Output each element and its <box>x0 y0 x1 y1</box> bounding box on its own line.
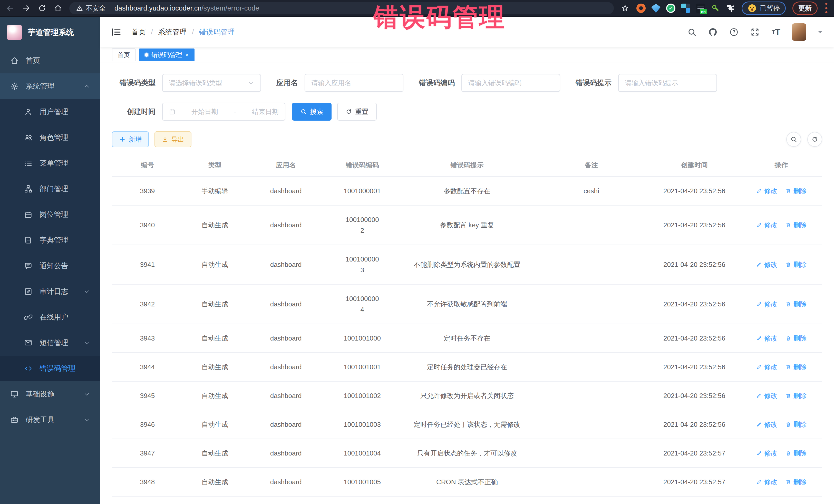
edit-link[interactable]: 修改 <box>756 448 777 459</box>
extension-list-on-icon[interactable] <box>696 4 705 13</box>
browser-back-icon[interactable] <box>6 4 15 13</box>
search-button[interactable]: 搜索 <box>292 103 332 120</box>
refresh-table-button[interactable] <box>807 132 822 147</box>
date-range-picker[interactable]: 开始日期 - 结束日期 <box>162 103 285 120</box>
date-start-placeholder[interactable]: 开始日期 <box>192 107 218 116</box>
edit-link[interactable]: 修改 <box>756 361 777 372</box>
extension-check-icon[interactable]: ✓ <box>666 4 675 13</box>
address-bar[interactable]: 不安全 dashboard.yudao.iocoder.cn/system/er… <box>69 2 614 14</box>
extension-gem-icon[interactable] <box>651 4 660 13</box>
breadcrumb-system[interactable]: 系统管理 <box>158 27 187 37</box>
edit-link[interactable]: 修改 <box>756 333 777 344</box>
sidebar-item-13[interactable]: 基础设施 <box>0 381 100 407</box>
add-button[interactable]: 新增 <box>112 131 149 147</box>
avatar-caret-icon[interactable] <box>817 29 823 35</box>
browser-profile-chip[interactable]: 已暂停 <box>742 2 786 15</box>
fullscreen-icon[interactable] <box>750 27 760 37</box>
app-name-input[interactable]: 请输入应用名 <box>305 74 403 92</box>
extensions-area: ✓ <box>636 4 735 13</box>
pencil-icon <box>756 301 762 307</box>
cell-actions: 修改删除 <box>741 467 822 496</box>
delete-link[interactable]: 删除 <box>785 390 807 401</box>
delete-link[interactable]: 删除 <box>785 259 807 270</box>
error-code-input[interactable]: 请输入错误码编码 <box>461 74 560 92</box>
sidebar-item-4[interactable]: 菜单管理 <box>0 150 100 176</box>
extension-puzzle-icon[interactable] <box>726 4 735 13</box>
edit-link[interactable]: 修改 <box>756 477 777 487</box>
table-row: 3947自动生成dashboard1001001004只有开启状态的任务，才可以… <box>112 439 822 467</box>
extension-key-icon[interactable] <box>711 4 720 13</box>
cell-time: 2021-04-20 23:52:56 <box>648 381 741 410</box>
export-button[interactable]: 导出 <box>154 131 192 147</box>
sidebar-item-1[interactable]: 系统管理 <box>0 73 100 99</box>
reset-button[interactable]: 重置 <box>337 103 377 120</box>
browser-update-button[interactable]: 更新 <box>792 2 817 15</box>
help-icon[interactable] <box>729 27 739 37</box>
delete-link[interactable]: 删除 <box>785 448 807 459</box>
app-logo-row[interactable]: 芋道管理系统 <box>0 17 100 48</box>
bookmark-star-icon[interactable] <box>620 4 630 13</box>
tag-error-code[interactable]: 错误码管理 × <box>139 48 195 61</box>
cell-hint: 不能删除类型为系统内置的参数配置 <box>399 245 534 284</box>
cell-actions: 修改删除 <box>741 245 822 284</box>
cell-hint: CRON 表达式不正确 <box>399 467 534 496</box>
date-end-placeholder[interactable]: 结束日期 <box>252 107 279 116</box>
edit-link[interactable]: 修改 <box>756 185 777 196</box>
sidebar-item-9[interactable]: 审计日志 <box>0 279 100 304</box>
pencil-icon <box>756 262 762 268</box>
page-content: 错误码类型 请选择错误码类型 应用名 请输入应用名 <box>100 63 834 504</box>
browser-forward-icon[interactable] <box>22 4 31 13</box>
show-search-toggle-button[interactable] <box>786 132 801 147</box>
delete-link[interactable]: 删除 <box>785 419 807 430</box>
error-hint-input[interactable]: 请输入错误码提示 <box>618 74 717 92</box>
table-row: 3945自动生成dashboard1001001002只允许修改为开启或者关闭状… <box>112 381 822 410</box>
download-icon <box>162 136 168 143</box>
browser-menu-icon[interactable]: ••• <box>824 2 828 15</box>
delete-link[interactable]: 删除 <box>785 361 807 372</box>
cell-remark <box>534 467 648 496</box>
pencil-icon <box>756 222 762 228</box>
browser-reload-icon[interactable] <box>38 4 47 13</box>
extension-orange-icon[interactable] <box>636 4 646 13</box>
font-size-icon[interactable]: TT <box>771 27 781 37</box>
sidebar-item-6[interactable]: 岗位管理 <box>0 202 100 227</box>
sidebar: 芋道管理系统 首页系统管理用户管理角色管理菜单管理部门管理岗位管理字典管理通知公… <box>0 17 100 504</box>
gear-icon <box>10 82 19 91</box>
delete-link[interactable]: 删除 <box>785 299 807 309</box>
sidebar-item-7[interactable]: 字典管理 <box>0 227 100 253</box>
cell-code: 1001000003 <box>325 245 399 284</box>
error-type-select[interactable]: 请选择错误码类型 <box>162 74 261 92</box>
sidebar-fold-icon[interactable] <box>111 27 122 38</box>
sidebar-item-11[interactable]: 短信管理 <box>0 330 100 356</box>
edit-link[interactable]: 修改 <box>756 390 777 401</box>
sidebar-item-14[interactable]: 研发工具 <box>0 407 100 433</box>
edit-link[interactable]: 修改 <box>756 419 777 430</box>
tag-close-icon[interactable]: × <box>185 52 189 58</box>
security-warning[interactable]: 不安全 <box>76 4 106 13</box>
sidebar-item-10[interactable]: 在线用户 <box>0 304 100 330</box>
cell-app: dashboard <box>247 284 325 324</box>
sidebar-item-5[interactable]: 部门管理 <box>0 176 100 202</box>
org-tree-icon <box>24 184 33 194</box>
sidebar-item-0[interactable]: 首页 <box>0 48 100 73</box>
search-icon[interactable] <box>687 27 697 37</box>
browser-home-icon[interactable] <box>53 4 63 13</box>
sidebar-item-8[interactable]: 通知公告 <box>0 253 100 279</box>
delete-link[interactable]: 删除 <box>785 477 807 487</box>
extension-squares-icon[interactable] <box>681 4 690 13</box>
delete-link[interactable]: 删除 <box>785 333 807 344</box>
col-type: 类型 <box>183 154 247 177</box>
sidebar-item-3[interactable]: 角色管理 <box>0 125 100 150</box>
edit-link[interactable]: 修改 <box>756 220 777 231</box>
delete-link[interactable]: 删除 <box>785 220 807 231</box>
breadcrumb-home[interactable]: 首页 <box>131 27 146 37</box>
edit-link[interactable]: 修改 <box>756 259 777 270</box>
delete-link[interactable]: 删除 <box>785 185 807 196</box>
table-row: 3940自动生成dashboard1001000002参数配置 key 重复20… <box>112 205 822 245</box>
github-icon[interactable] <box>708 27 718 37</box>
tag-home[interactable]: 首页 <box>112 48 135 61</box>
sidebar-item-2[interactable]: 用户管理 <box>0 99 100 125</box>
sidebar-item-12[interactable]: 错误码管理 <box>0 356 100 381</box>
edit-link[interactable]: 修改 <box>756 299 777 309</box>
user-avatar[interactable] <box>792 23 806 41</box>
